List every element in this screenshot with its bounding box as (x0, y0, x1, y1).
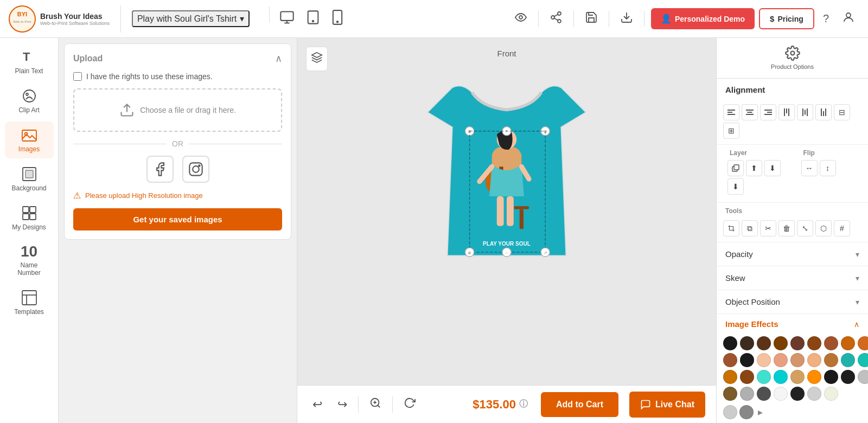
mobile-btn[interactable] (328, 7, 347, 31)
price-display: $135.00 ⓘ (473, 398, 528, 412)
image-effect-swatch-6[interactable] (824, 336, 838, 350)
align-distribute-v-btn[interactable]: ⊞ (723, 123, 739, 139)
layer-front-btn[interactable] (727, 160, 744, 176)
image-effect-swatch-21[interactable] (774, 370, 788, 384)
align-bottom-btn[interactable] (815, 104, 832, 120)
account-btn[interactable] (838, 7, 859, 31)
cut-btn[interactable]: ✂ (760, 220, 776, 236)
svg-text:PLAY YOUR SOUL: PLAY YOUR SOUL (483, 241, 531, 247)
image-effect-swatch-28[interactable] (740, 387, 754, 401)
layer-back-btn[interactable]: ⬇ (727, 178, 744, 195)
image-effect-swatch-30[interactable] (774, 387, 788, 401)
facebook-btn[interactable] (146, 156, 174, 183)
refresh-btn[interactable] (399, 393, 420, 416)
saved-images-btn[interactable]: Get your saved images (73, 208, 282, 230)
mask-btn[interactable]: ⬡ (815, 220, 832, 236)
sidebar-item-background[interactable]: Background (5, 161, 54, 197)
align-middle-v-btn[interactable] (797, 104, 813, 120)
image-effect-swatch-32[interactable] (807, 387, 821, 401)
rights-checkbox-row[interactable]: I have the rights to use these images. (73, 72, 282, 81)
image-effect-swatch-8[interactable] (858, 336, 868, 350)
flip-v-btn[interactable]: ↕ (820, 160, 836, 176)
desktop-btn[interactable] (276, 7, 298, 31)
delete-btn[interactable]: 🗑 (778, 220, 795, 236)
image-effect-swatch-10[interactable] (740, 353, 754, 367)
swatch-more[interactable] (723, 405, 737, 419)
tablet-btn[interactable] (302, 7, 324, 31)
sidebar-item-plain-text[interactable]: T Plain Text (5, 43, 54, 80)
image-effect-swatch-14[interactable] (807, 353, 821, 367)
image-effect-swatch-23[interactable] (807, 370, 821, 384)
image-effect-swatch-15[interactable] (824, 353, 838, 367)
image-effect-swatch-26[interactable] (858, 370, 868, 384)
image-effect-swatch-19[interactable] (740, 370, 754, 384)
sidebar-item-clip-art[interactable]: Clip Art (5, 82, 54, 119)
object-position-header[interactable]: Object Position ▾ (717, 290, 868, 313)
image-effects-header[interactable]: Image Effects ∧ (717, 314, 868, 334)
zoom-in-btn[interactable] (365, 393, 386, 416)
instagram-btn[interactable] (182, 156, 209, 183)
swatch-extra1[interactable] (739, 405, 754, 419)
image-effect-swatch-12[interactable] (774, 353, 788, 367)
image-effect-swatch-16[interactable] (841, 353, 855, 367)
upload-collapse-btn[interactable]: ∧ (275, 53, 282, 65)
flip-h-btn[interactable]: ↔ (801, 160, 818, 176)
layers-btn[interactable] (306, 47, 328, 71)
drop-zone[interactable]: Choose a file or drag it here. (73, 88, 282, 132)
object-position-section: Object Position ▾ (717, 290, 868, 314)
align-right-btn[interactable] (760, 104, 776, 120)
live-chat-btn[interactable]: Live Chat (629, 392, 705, 418)
alignment-header[interactable]: Alignment (717, 79, 868, 101)
image-effect-swatch-11[interactable] (757, 353, 771, 367)
sidebar-item-templates[interactable]: Templates (5, 284, 54, 321)
image-effect-swatch-4[interactable] (790, 336, 805, 350)
layer-backward-btn[interactable]: ⬇ (764, 160, 781, 176)
doc-title-btn[interactable]: Play with Soul Girl's Tshirt ▾ (132, 10, 250, 27)
pricing-btn[interactable]: $ Pricing (759, 8, 814, 29)
align-grid-btn[interactable]: # (834, 220, 850, 236)
image-effect-swatch-29[interactable] (757, 387, 771, 401)
preview-btn[interactable] (510, 7, 532, 31)
product-options-btn[interactable]: Product Options (717, 38, 868, 79)
align-top-btn[interactable] (778, 104, 795, 120)
image-effect-swatch-13[interactable] (790, 353, 805, 367)
undo-btn[interactable]: ↩ (308, 393, 327, 416)
download-btn[interactable] (616, 7, 637, 31)
resize-btn[interactable]: ⤡ (797, 220, 813, 236)
image-effect-swatch-1[interactable] (740, 336, 754, 350)
share-btn[interactable] (545, 7, 567, 31)
image-effect-swatch-33[interactable] (824, 387, 838, 401)
image-effect-swatch-20[interactable] (757, 370, 771, 384)
align-center-h-btn[interactable] (742, 104, 758, 120)
image-effect-swatch-2[interactable] (757, 336, 771, 350)
sidebar-item-my-designs[interactable]: My Designs (5, 200, 54, 236)
demo-btn[interactable]: 👤 Personalized Demo (651, 8, 755, 29)
sidebar-item-name-number[interactable]: 10 Name Number (5, 239, 54, 282)
swatch-scroll-btn[interactable]: ▸ (758, 406, 763, 418)
image-effect-swatch-5[interactable] (807, 336, 821, 350)
align-distribute-h-btn[interactable]: ⊟ (834, 104, 850, 120)
rights-checkbox[interactable] (73, 72, 82, 81)
sidebar-item-images[interactable]: Images (5, 121, 54, 158)
image-effect-swatch-9[interactable] (723, 353, 737, 367)
image-effect-swatch-31[interactable] (790, 387, 805, 401)
image-effect-swatch-22[interactable] (790, 370, 805, 384)
image-effect-swatch-25[interactable] (841, 370, 855, 384)
image-effect-swatch-27[interactable] (723, 387, 737, 401)
duplicate-btn[interactable]: ⧉ (742, 220, 758, 236)
redo-btn[interactable]: ↪ (333, 393, 352, 416)
image-effect-swatch-0[interactable] (723, 336, 737, 350)
skew-header[interactable]: Skew ▾ (717, 266, 868, 290)
align-left-btn[interactable] (723, 104, 739, 120)
opacity-header[interactable]: Opacity ▾ (717, 242, 868, 266)
image-effect-swatch-18[interactable] (723, 370, 737, 384)
crop-btn[interactable] (723, 220, 739, 236)
image-effect-swatch-17[interactable] (858, 353, 868, 367)
layer-forward-btn[interactable]: ⬆ (746, 160, 762, 176)
image-effect-swatch-7[interactable] (841, 336, 855, 350)
image-effect-swatch-3[interactable] (774, 336, 788, 350)
help-btn[interactable]: ? (819, 8, 833, 29)
add-to-cart-btn[interactable]: Add to Cart (541, 392, 618, 417)
save-btn[interactable] (580, 7, 602, 31)
image-effect-swatch-24[interactable] (824, 370, 838, 384)
